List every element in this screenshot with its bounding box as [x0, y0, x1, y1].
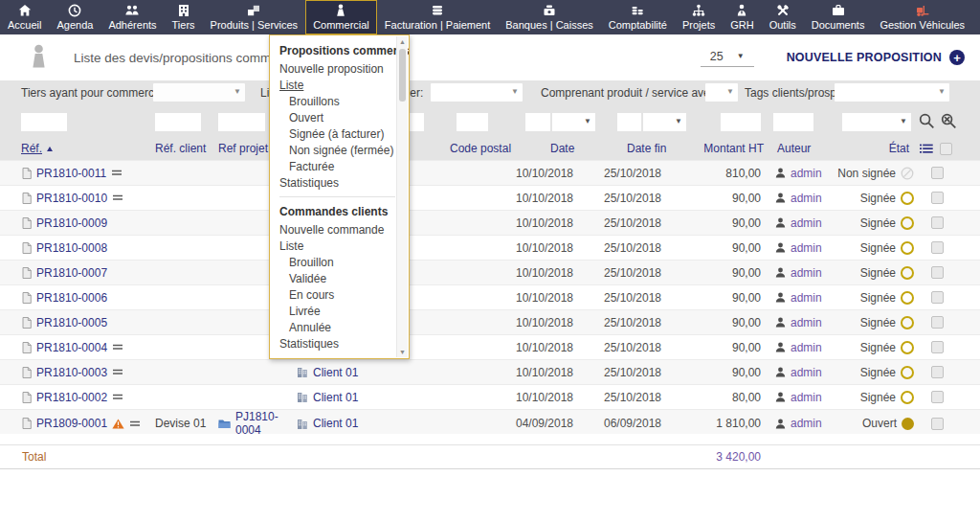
- menu-item-brouillons[interactable]: Brouillons: [279, 93, 395, 109]
- proposal-ref-link[interactable]: PR1810-0011: [36, 167, 106, 180]
- col-header-date-fin[interactable]: Date fin: [627, 142, 666, 155]
- search-date-fin-select[interactable]: ▼: [643, 113, 686, 131]
- nav-item-facturation-paiement[interactable]: Facturation | Paiement: [377, 0, 498, 34]
- row-checkbox[interactable]: [931, 241, 944, 254]
- author-link[interactable]: admin: [791, 316, 822, 329]
- col-header-auteur[interactable]: Auteur: [777, 142, 811, 155]
- author-link[interactable]: admin: [791, 291, 822, 305]
- row-checkbox[interactable]: [931, 366, 944, 378]
- clear-filters-icon[interactable]: [941, 113, 957, 133]
- nav-item-gestion-vehicules[interactable]: Gestion Véhicules: [872, 0, 972, 34]
- row-checkbox[interactable]: [931, 316, 944, 329]
- row-checkbox[interactable]: [931, 391, 944, 403]
- search-date-fin-input[interactable]: [617, 113, 641, 131]
- lines-icon[interactable]: [129, 420, 141, 428]
- author-link[interactable]: admin: [791, 216, 822, 230]
- row-checkbox[interactable]: [931, 167, 944, 179]
- author-link[interactable]: admin: [791, 417, 822, 430]
- nav-item-banques-caisses[interactable]: Banques | Caisses: [498, 0, 601, 34]
- search-ref-input[interactable]: [21, 113, 67, 131]
- thirdparty-link[interactable]: Client 01: [313, 366, 358, 379]
- proposal-ref-link[interactable]: PR1810-0004: [36, 341, 107, 354]
- menu-item-brouillon[interactable]: Brouillon: [279, 254, 395, 270]
- thirdparty-link[interactable]: Client 01: [313, 417, 358, 430]
- col-header-code-postal[interactable]: Code postal: [450, 142, 511, 155]
- col-header-montant-ht[interactable]: Montant HT: [703, 142, 764, 155]
- author-link[interactable]: admin: [791, 391, 822, 404]
- nav-item-produits-services[interactable]: Produits | Services: [203, 0, 306, 34]
- lines-icon[interactable]: [112, 368, 123, 376]
- menu-item-statistiques[interactable]: Statistiques: [279, 335, 395, 352]
- nav-item-documents[interactable]: Documents: [804, 0, 873, 34]
- menu-item-livree[interactable]: Livrée: [279, 303, 395, 319]
- author-link[interactable]: admin: [791, 167, 822, 180]
- select-all-checkbox[interactable]: [940, 143, 952, 158]
- col-header-ref[interactable]: Réf.: [21, 142, 53, 155]
- menu-item-liste[interactable]: Liste: [279, 77, 395, 93]
- menu-item-en-cours[interactable]: En cours: [279, 286, 395, 303]
- filter-select-linked[interactable]: ▼: [431, 83, 523, 102]
- search-statut-select[interactable]: ▼: [842, 113, 911, 131]
- author-link[interactable]: admin: [791, 266, 822, 280]
- menu-item-facturee[interactable]: Facturée: [279, 158, 395, 174]
- proposal-ref-link[interactable]: PR1810-0010: [36, 192, 107, 205]
- search-date-select[interactable]: ▼: [552, 113, 595, 131]
- row-checkbox[interactable]: [931, 418, 944, 430]
- filter-select-product-tag[interactable]: ▼: [705, 83, 738, 102]
- proposal-ref-link[interactable]: PR1810-0002: [36, 391, 107, 404]
- menu-item-non-signee-fermee[interactable]: Non signée (fermée): [279, 142, 395, 158]
- row-checkbox[interactable]: [931, 216, 944, 229]
- thirdparty-link[interactable]: Client 01: [313, 391, 358, 404]
- col-header-etat[interactable]: État: [889, 142, 909, 155]
- lines-icon[interactable]: [112, 393, 123, 401]
- nav-item-commercial[interactable]: Commercial: [305, 0, 377, 34]
- author-link[interactable]: admin: [791, 241, 822, 255]
- proposal-ref-link[interactable]: PR1810-0009: [36, 216, 107, 230]
- col-header-ref-client[interactable]: Réf. client: [155, 142, 206, 155]
- row-checkbox[interactable]: [931, 291, 944, 304]
- row-checkbox[interactable]: [931, 266, 944, 279]
- nav-item-grh[interactable]: GRH: [723, 0, 761, 34]
- proposal-ref-link[interactable]: PR1810-0005: [36, 316, 107, 329]
- scroll-up-icon[interactable]: ▲: [397, 38, 408, 45]
- col-header-ref-projet[interactable]: Ref projet: [218, 142, 268, 155]
- col-header-date[interactable]: Date: [550, 142, 574, 155]
- filter-select-customer-tags[interactable]: ▼: [835, 83, 949, 102]
- menu-item-validee[interactable]: Validée: [279, 270, 395, 286]
- row-checkbox[interactable]: [931, 192, 944, 204]
- filter-select-sales-rep[interactable]: ▼: [153, 83, 245, 102]
- menu-item-liste[interactable]: Liste: [279, 238, 395, 254]
- proposal-ref-link[interactable]: PR1809-0001: [36, 417, 107, 430]
- scroll-down-icon[interactable]: ▼: [397, 349, 408, 355]
- proposal-ref-link[interactable]: PR1810-0003: [36, 366, 107, 379]
- lines-icon[interactable]: [112, 193, 123, 202]
- menu-item-annulee[interactable]: Annulée: [279, 319, 395, 335]
- search-code-postal-input[interactable]: [457, 113, 488, 131]
- nav-item-agenda[interactable]: Agenda: [49, 0, 100, 34]
- new-proposal-button[interactable]: NOUVELLE PROPOSITION +: [787, 50, 965, 65]
- lines-icon[interactable]: [112, 343, 123, 352]
- author-link[interactable]: admin: [791, 366, 822, 379]
- menu-item-signee-a-facturer[interactable]: Signée (à facturer): [279, 125, 395, 142]
- search-ref-projet-input[interactable]: [218, 113, 265, 131]
- search-icon[interactable]: [919, 113, 935, 133]
- author-link[interactable]: admin: [791, 192, 822, 205]
- nav-item-comptabilite[interactable]: Comptabilité: [601, 0, 675, 34]
- menu-item-statistiques[interactable]: Statistiques: [279, 174, 395, 191]
- menu-item-nouvelle-proposition[interactable]: Nouvelle proposition: [279, 60, 395, 77]
- proposal-ref-link[interactable]: PR1810-0008: [36, 241, 107, 255]
- search-ref-client-input[interactable]: [155, 113, 201, 131]
- proposal-ref-link[interactable]: PR1810-0006: [36, 291, 107, 305]
- lines-icon[interactable]: [111, 169, 122, 177]
- nav-item-tiers[interactable]: Tiers: [165, 0, 203, 34]
- author-link[interactable]: admin: [791, 341, 822, 354]
- search-auteur-input[interactable]: [773, 113, 813, 131]
- menu-item-nouvelle-commande[interactable]: Nouvelle commande: [279, 221, 395, 238]
- nav-item-outils[interactable]: Outils: [762, 0, 804, 34]
- menu-item-ouvert[interactable]: Ouvert: [279, 109, 395, 125]
- column-selector-icon[interactable]: [920, 144, 933, 157]
- search-montant-input[interactable]: [721, 113, 761, 131]
- row-checkbox[interactable]: [931, 341, 944, 353]
- project-link[interactable]: PJ1810-0004: [235, 410, 297, 437]
- search-date-input[interactable]: [525, 113, 550, 131]
